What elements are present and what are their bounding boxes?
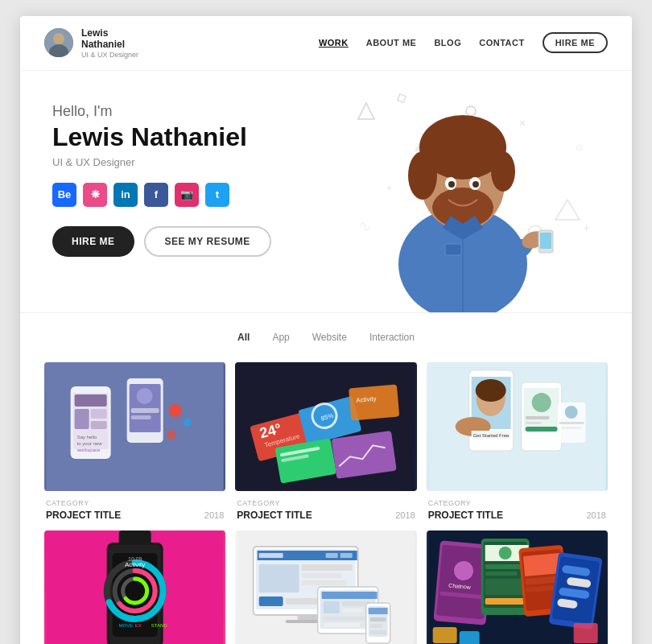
portfolio-row-3: PROJECT TITLE 2018 [428,510,606,521]
portfolio-thumb-1: Say hello to your new workspace [44,362,225,491]
portfolio-meta-3: CATEGORY PROJECT TITLE 2018 [427,499,608,521]
svg-rect-110 [302,573,342,578]
hero-content: Hello, I'm Lewis Nathaniel UI & UX Desig… [52,103,310,257]
portfolio-item-4[interactable]: Activity 10:09 MOVE EX STAND CATEGORY PR… [44,530,225,644]
avatar [44,28,73,57]
filter-website[interactable]: Website [309,330,350,345]
hire-me-button[interactable]: HIRE ME [52,226,134,257]
svg-point-49 [169,404,182,417]
svg-rect-128 [370,617,386,621]
svg-point-81 [564,406,577,419]
svg-rect-47 [131,408,159,413]
svg-rect-157 [459,631,479,644]
svg-rect-39 [91,409,107,419]
svg-rect-77 [525,416,549,419]
portfolio-year-2: 2018 [395,510,415,520]
svg-rect-83 [561,427,580,429]
portfolio-item-3[interactable]: Get Started Free CATEGORY [427,362,608,521]
hero-section: × + ○ ∿ + ∿ Hello, I'm Lewis Nathaniel U… [20,71,632,312]
svg-rect-33 [445,244,461,255]
svg-text:EX: EX [135,623,142,628]
svg-text:Get Started Free: Get Started Free [472,433,509,438]
svg-point-1 [53,33,64,44]
svg-point-20 [408,151,437,200]
social-icons: Be ❋ in f 📷 t [52,183,310,207]
see-resume-button[interactable]: SEE MY RESUME [144,226,271,257]
person-svg [358,79,567,312]
social-dribbble[interactable]: ❋ [83,183,107,207]
portfolio-title-2: PROJECT TITLE [237,510,312,521]
svg-rect-105 [259,553,283,558]
svg-rect-113 [286,598,318,605]
hero-greeting: Hello, I'm [52,103,310,120]
svg-text:Activity: Activity [125,561,145,568]
portfolio-meta-2: CATEGORY PROJECT TITLE 2018 [235,499,416,521]
svg-rect-111 [302,580,346,585]
svg-rect-158 [573,623,597,643]
nav-blog[interactable]: BLOG [434,38,461,47]
logo-area: LewisNathaniel UI & UX Designer [44,27,138,59]
main-nav: WORK ABOUT ME BLOG CONTACT HIRE ME [319,32,608,53]
portfolio-item-1[interactable]: Say hello to your new workspace CATEGOR [44,362,225,521]
hero-name: Lewis Nathaniel [52,123,310,151]
svg-rect-109 [302,564,353,571]
portfolio-grid: Say hello to your new workspace CATEGOR [20,353,632,644]
portfolio-thumb-3: Get Started Free [427,362,608,491]
header: LewisNathaniel UI & UX Designer WORK ABO… [20,16,632,71]
social-facebook[interactable]: f [144,183,168,207]
svg-point-70 [475,379,506,402]
svg-text:10:09: 10:09 [128,556,142,562]
svg-rect-130 [370,630,386,634]
portfolio-meta-1: CATEGORY PROJECT TITLE 2018 [44,499,225,521]
svg-rect-122 [342,609,362,613]
filter-all[interactable]: All [234,330,253,345]
filter-app[interactable]: App [269,330,292,345]
svg-rect-40 [91,421,107,429]
svg-rect-108 [259,564,299,592]
portfolio-item-2[interactable]: 24° Temperature 85% Activity CATEGOR [235,362,416,521]
svg-point-26 [472,181,479,188]
portfolio-item-5[interactable]: CATEGORY PROJECT TITLE 2018 [235,530,416,644]
hero-image [326,71,600,312]
hero-subtitle: UI & UX Designer [52,156,310,168]
portfolio-thumb-4: Activity 10:09 MOVE EX STAND [44,530,225,644]
svg-rect-147 [523,553,561,576]
page-wrapper: LewisNathaniel UI & UX Designer WORK ABO… [20,16,632,644]
svg-point-25 [448,181,455,188]
nav-contact[interactable]: CONTACT [479,38,524,47]
svg-rect-142 [485,572,517,576]
portfolio-category-2: CATEGORY [237,499,415,507]
svg-text:STAND: STAND [151,623,168,628]
portfolio-category-3: CATEGORY [428,499,606,507]
nav-work[interactable]: WORK [319,38,349,47]
svg-rect-119 [322,592,378,599]
svg-rect-38 [75,409,89,429]
svg-rect-99 [119,530,151,545]
nav-hire-button[interactable]: HIRE ME [543,32,608,53]
portfolio-item-6[interactable]: Chatnow [427,530,608,644]
svg-rect-141 [485,564,525,569]
svg-point-46 [137,388,153,404]
social-linkedin[interactable]: in [113,183,138,207]
social-behance[interactable]: Be [52,183,76,207]
svg-point-21 [491,151,515,192]
social-twitter[interactable]: t [205,183,229,207]
portfolio-row-2: PROJECT TITLE 2018 [237,510,415,521]
svg-rect-31 [540,233,551,249]
svg-rect-144 [485,598,525,605]
svg-rect-143 [485,579,525,595]
social-instagram[interactable]: 📷 [175,183,199,207]
svg-rect-124 [324,623,360,627]
svg-text:Say hello: Say hello [77,435,97,440]
svg-rect-107 [340,553,353,558]
svg-point-22 [432,188,493,228]
nav-about[interactable]: ABOUT ME [366,38,417,47]
portfolio-category-1: CATEGORY [46,499,224,507]
svg-rect-78 [525,422,541,424]
portfolio-row-1: PROJECT TITLE 2018 [46,510,224,521]
filter-interaction[interactable]: Interaction [366,330,418,345]
portfolio-thumb-2: 24° Temperature 85% Activity [235,362,416,491]
portfolio-year-3: 2018 [587,510,606,520]
logo-text: LewisNathaniel UI & UX Designer [81,27,138,59]
svg-rect-82 [559,422,584,424]
